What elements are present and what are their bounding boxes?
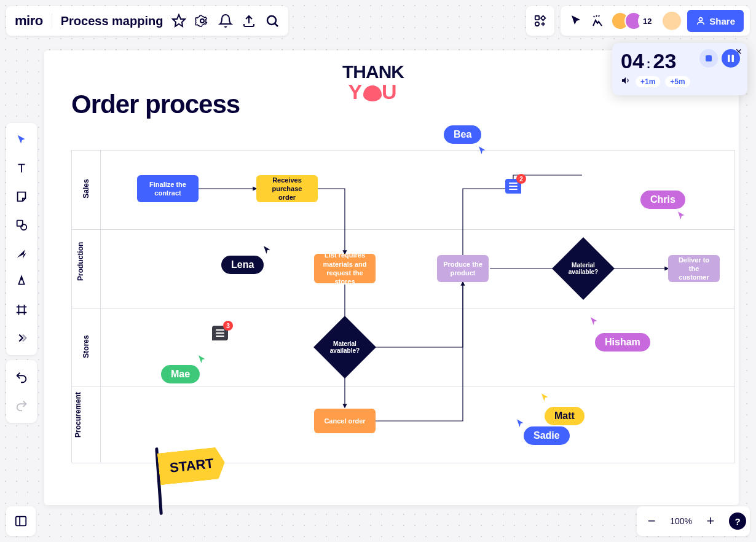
lane-label-stores: Stores bbox=[82, 334, 90, 359]
sticky-tool[interactable] bbox=[9, 184, 34, 209]
share-label: Share bbox=[709, 16, 735, 26]
search-icon[interactable] bbox=[265, 14, 280, 28]
zoom-out-button[interactable]: − bbox=[640, 510, 663, 532]
undo-button[interactable] bbox=[9, 365, 34, 390]
text-tool[interactable] bbox=[9, 156, 34, 181]
timer-seconds: 23 bbox=[653, 49, 677, 73]
app-logo[interactable]: miro bbox=[15, 13, 43, 29]
svg-rect-13 bbox=[732, 55, 734, 62]
user-cursor-mae: Mae bbox=[161, 365, 200, 383]
export-icon[interactable] bbox=[242, 14, 256, 28]
bell-icon[interactable] bbox=[218, 14, 233, 28]
swimlane-grid[interactable]: Sales Production Stores Procurement Fina… bbox=[71, 150, 735, 463]
svg-marker-6 bbox=[541, 16, 545, 20]
svg-point-7 bbox=[535, 22, 539, 26]
svg-marker-0 bbox=[173, 15, 185, 26]
svg-rect-23 bbox=[16, 517, 26, 526]
node-list-materials[interactable]: List requires materials and request the … bbox=[314, 254, 376, 283]
timer-pause-button[interactable] bbox=[722, 49, 740, 68]
svg-rect-11 bbox=[706, 55, 712, 61]
node-material-available-1[interactable]: Material available? bbox=[313, 316, 376, 379]
user-cursor-chris: Chris bbox=[640, 190, 685, 209]
more-tools[interactable] bbox=[9, 326, 34, 350]
svg-point-17 bbox=[21, 224, 26, 230]
star-icon[interactable] bbox=[171, 14, 186, 28]
user-cursor-matt: Matt bbox=[545, 407, 585, 425]
svg-rect-12 bbox=[728, 55, 730, 62]
node-produce[interactable]: Produce the product bbox=[437, 255, 489, 282]
user-cursor-sadie: Sadie bbox=[524, 426, 570, 445]
timer-stop-button[interactable] bbox=[699, 49, 718, 68]
avatar-overflow-count[interactable]: 12 bbox=[638, 12, 656, 30]
frame-tool[interactable] bbox=[9, 297, 34, 322]
svg-point-3 bbox=[267, 16, 276, 25]
node-material-available-2[interactable]: Material available? bbox=[552, 237, 615, 300]
svg-point-10 bbox=[699, 18, 703, 21]
node-cancel-order[interactable]: Cancel order bbox=[314, 409, 376, 433]
select-tool[interactable] bbox=[9, 128, 34, 152]
current-user-avatar[interactable] bbox=[663, 12, 681, 30]
timer-add-1m[interactable]: +1m bbox=[636, 76, 660, 87]
cursor-mode-icon[interactable] bbox=[569, 14, 584, 28]
comment-icon[interactable]: 3 bbox=[212, 326, 228, 340]
timer-add-5m[interactable]: +5m bbox=[665, 76, 690, 87]
node-deliver[interactable]: Deliver to the customer bbox=[668, 255, 720, 282]
user-cursor-lena: Lena bbox=[221, 256, 264, 274]
timer-minutes: 04 bbox=[621, 49, 644, 73]
comment-count: 3 bbox=[223, 321, 233, 331]
thank-you-sticker[interactable]: THANK YU bbox=[333, 61, 413, 104]
node-finalize-contract[interactable]: Finalize the contract bbox=[137, 175, 199, 202]
share-button[interactable]: Share bbox=[687, 10, 744, 32]
node-receives-order[interactable]: Receives purchase order bbox=[256, 175, 318, 202]
reactions-icon[interactable] bbox=[590, 14, 605, 28]
start-sticker[interactable]: START bbox=[159, 450, 225, 482]
panel-toggle[interactable] bbox=[6, 506, 36, 536]
svg-line-4 bbox=[275, 23, 278, 26]
arrow-tool[interactable] bbox=[9, 241, 34, 265]
help-button[interactable]: ? bbox=[729, 513, 746, 530]
svg-rect-5 bbox=[535, 16, 539, 20]
lane-label-procurement: Procurement bbox=[74, 413, 82, 438]
user-cursor-hisham: Hisham bbox=[595, 333, 650, 352]
comment-count: 2 bbox=[516, 174, 526, 184]
board-name[interactable]: Process mapping bbox=[61, 14, 163, 28]
diagram-title[interactable]: Order process bbox=[71, 90, 240, 119]
sound-icon[interactable] bbox=[621, 76, 631, 88]
svg-point-1 bbox=[200, 19, 204, 23]
lane-label-production: Production bbox=[76, 256, 85, 281]
user-cursor-bea: Bea bbox=[444, 125, 481, 144]
redo-button[interactable] bbox=[9, 393, 34, 418]
divider bbox=[52, 14, 52, 28]
pen-tool[interactable] bbox=[9, 269, 34, 294]
zoom-in-button[interactable]: + bbox=[699, 510, 722, 532]
shape-tool[interactable] bbox=[9, 213, 34, 237]
timer-widget[interactable]: ✕ 04 : 23 +1m +5m bbox=[612, 43, 747, 95]
apps-button[interactable] bbox=[526, 6, 554, 36]
comment-icon[interactable]: 2 bbox=[505, 179, 521, 194]
zoom-level[interactable]: 100% bbox=[666, 516, 696, 526]
lane-label-sales: Sales bbox=[82, 176, 90, 201]
board-canvas[interactable]: Order process THANK YU Sales Production … bbox=[44, 50, 739, 505]
settings-icon[interactable] bbox=[195, 14, 210, 28]
